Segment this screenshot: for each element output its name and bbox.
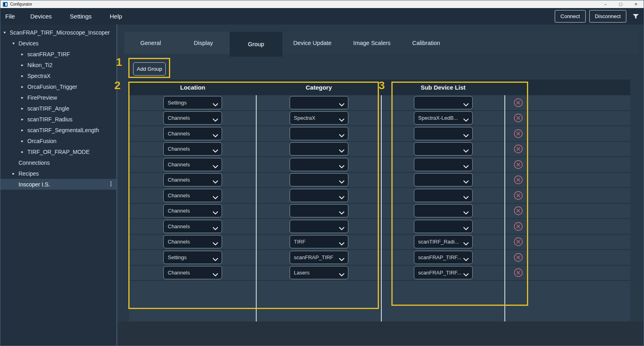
sidebar-tree-item[interactable]: ▸ OrcaFusion_Trigger bbox=[0, 81, 116, 92]
sidebar-tree-item[interactable]: ▸ Nikon_Ti2 bbox=[0, 59, 116, 70]
chevron-down-icon bbox=[463, 225, 469, 231]
dropdown-value: Channels bbox=[168, 162, 190, 168]
sub-device-dropdown[interactable] bbox=[414, 142, 473, 156]
tab-device-update[interactable]: Device Update bbox=[282, 32, 342, 54]
sub-device-dropdown[interactable] bbox=[414, 189, 473, 202]
delete-row-button[interactable] bbox=[514, 222, 523, 231]
tab-calibration[interactable]: Calibration bbox=[401, 32, 451, 54]
sidebar-tree-item[interactable]: Inscoper I.S. ⋮ bbox=[0, 179, 116, 190]
sub-device-dropdown[interactable] bbox=[414, 96, 473, 109]
minimize-button[interactable]: – bbox=[598, 0, 613, 8]
more-options-icon[interactable]: ⋮ bbox=[108, 180, 114, 187]
location-dropdown[interactable]: Channels bbox=[163, 220, 222, 233]
category-dropdown[interactable]: Lasers bbox=[290, 266, 348, 279]
disconnect-button[interactable]: Disconnect bbox=[589, 10, 626, 23]
sub-device-dropdown[interactable]: scanFRAP_TIRF... bbox=[414, 251, 473, 264]
tab-display[interactable]: Display bbox=[177, 32, 230, 54]
location-dropdown[interactable]: Channels bbox=[163, 111, 222, 125]
location-dropdown[interactable]: Channels bbox=[163, 189, 222, 202]
connect-button[interactable]: Connect bbox=[555, 10, 585, 23]
location-dropdown[interactable]: Channels bbox=[163, 142, 222, 156]
sidebar-tree-item[interactable]: ▸ TIRF_OR_FRAP_MODE bbox=[0, 146, 116, 157]
dropdown-value: scanFRAP_TIRF bbox=[294, 254, 333, 260]
category-dropdown[interactable] bbox=[290, 142, 348, 156]
delete-row-button[interactable] bbox=[514, 144, 523, 154]
sidebar-tree-item[interactable]: ▸ FirePreview bbox=[0, 92, 116, 103]
circle-x-icon bbox=[514, 160, 523, 169]
sidebar-tree-item[interactable]: ▸ scanTIRF_Radius bbox=[0, 114, 116, 125]
sub-device-dropdown[interactable] bbox=[414, 173, 473, 186]
filter-icon[interactable] bbox=[632, 12, 640, 20]
location-dropdown[interactable]: Channels bbox=[163, 127, 222, 140]
tree-item-label: OrcaFusion_Trigger bbox=[27, 84, 77, 90]
location-dropdown[interactable]: Channels bbox=[163, 235, 222, 248]
sub-device-dropdown[interactable]: SpectraX-LedB... bbox=[414, 111, 473, 125]
sidebar-tree-item[interactable]: Connections bbox=[0, 157, 116, 168]
location-dropdown[interactable]: Channels bbox=[163, 266, 222, 279]
sub-device-dropdown[interactable] bbox=[414, 158, 473, 171]
delete-row-button[interactable] bbox=[514, 237, 523, 246]
category-dropdown[interactable] bbox=[290, 220, 348, 233]
tree-item-label: SpectraX bbox=[27, 73, 51, 79]
add-group-button[interactable]: Add Group bbox=[133, 62, 166, 76]
sub-device-dropdown[interactable]: scanTIRF_Radi... bbox=[414, 235, 473, 248]
sidebar-tree-item[interactable]: ▸ OrcaFusion bbox=[0, 135, 116, 146]
delete-row-button[interactable] bbox=[514, 113, 523, 123]
sub-device-dropdown[interactable] bbox=[414, 204, 473, 217]
titlebar: Configurator – ▢ ✕ bbox=[0, 0, 644, 8]
dropdown-value: Channels bbox=[168, 270, 190, 276]
menu-file[interactable]: File bbox=[5, 13, 15, 20]
sidebar-tree-item[interactable]: ▾ ScanFRAP_TIRF_Microscope_Inscoper bbox=[0, 27, 116, 38]
location-dropdown[interactable]: Settings bbox=[163, 96, 222, 109]
sub-device-dropdown[interactable]: scanFRAP_TIRF... bbox=[414, 266, 473, 279]
category-dropdown[interactable] bbox=[290, 204, 348, 217]
chevron-down-icon bbox=[213, 102, 218, 108]
tree-item-label: scanTIRF_Angle bbox=[27, 105, 69, 112]
location-dropdown[interactable]: Channels bbox=[163, 158, 222, 171]
column-header-category: Category bbox=[256, 84, 381, 91]
delete-row-button[interactable] bbox=[514, 129, 523, 138]
chevron-down-icon bbox=[463, 256, 469, 262]
tab-general[interactable]: General bbox=[124, 32, 177, 54]
sidebar-tree-item[interactable]: ▸ Recipes bbox=[0, 168, 116, 179]
location-dropdown[interactable]: Settings bbox=[163, 251, 222, 264]
dropdown-value: Channels bbox=[168, 208, 190, 214]
tab-group[interactable]: Group bbox=[230, 32, 282, 57]
table-row: Channels bbox=[129, 157, 630, 173]
menu-settings[interactable]: Settings bbox=[70, 13, 92, 20]
delete-row-button[interactable] bbox=[514, 175, 523, 184]
category-dropdown[interactable] bbox=[290, 127, 348, 140]
annotation-2: 2 bbox=[114, 80, 121, 91]
sidebar-tree-item[interactable]: ▾ Devices bbox=[0, 38, 116, 49]
delete-row-button[interactable] bbox=[514, 253, 523, 262]
sidebar-tree-item[interactable]: ▸ scanTIRF_Angle bbox=[0, 103, 116, 114]
delete-row-button[interactable] bbox=[514, 160, 523, 169]
location-dropdown[interactable]: Channels bbox=[163, 204, 222, 217]
sub-device-dropdown[interactable] bbox=[414, 220, 473, 233]
category-dropdown[interactable]: TIRF bbox=[290, 235, 348, 248]
sidebar-tree-item[interactable]: ▸ scanFRAP_TIRF bbox=[0, 49, 116, 59]
delete-row-button[interactable] bbox=[514, 206, 523, 215]
category-dropdown[interactable]: scanFRAP_TIRF bbox=[290, 251, 348, 264]
column-separator bbox=[381, 95, 382, 321]
menu-help[interactable]: Help bbox=[110, 13, 122, 20]
close-button[interactable]: ✕ bbox=[628, 0, 644, 8]
category-dropdown[interactable] bbox=[290, 173, 348, 186]
location-dropdown[interactable]: Channels bbox=[163, 173, 222, 186]
chevron-down-icon bbox=[463, 148, 469, 154]
category-dropdown[interactable]: SpectraX bbox=[290, 111, 348, 125]
delete-row-button[interactable] bbox=[514, 98, 523, 107]
maximize-button[interactable]: ▢ bbox=[613, 0, 628, 8]
menu-devices[interactable]: Devices bbox=[30, 13, 51, 20]
delete-row-button[interactable] bbox=[514, 191, 523, 200]
sub-device-dropdown[interactable] bbox=[414, 127, 473, 140]
category-dropdown[interactable] bbox=[290, 189, 348, 202]
category-dropdown[interactable] bbox=[290, 96, 348, 109]
delete-row-button[interactable] bbox=[514, 268, 523, 277]
category-dropdown[interactable] bbox=[290, 158, 348, 171]
dropdown-value: Lasers bbox=[294, 270, 310, 276]
sidebar-tree-item[interactable]: ▸ scanTIRF_SegmentalLength bbox=[0, 125, 116, 135]
table-row: Channels TIRF scanTIRF_Radi... bbox=[129, 235, 630, 250]
tab-image-scalers[interactable]: Image Scalers bbox=[342, 32, 401, 54]
sidebar-tree-item[interactable]: ▸ SpectraX bbox=[0, 70, 116, 81]
